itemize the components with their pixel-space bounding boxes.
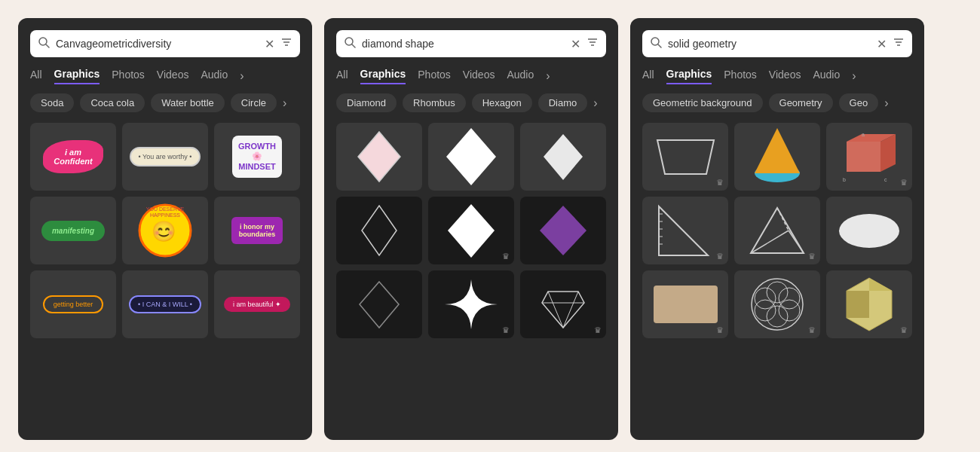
tab-all-3[interactable]: All bbox=[642, 69, 654, 84]
sticker-confident[interactable]: i amConfident bbox=[30, 123, 116, 191]
diamond-outline-pink[interactable] bbox=[336, 123, 422, 191]
tab-videos-3[interactable]: Videos bbox=[769, 69, 801, 84]
panel-3: ✕ All Graphics Photos Videos Audio › Geo… bbox=[630, 18, 924, 440]
geo-cone[interactable] bbox=[734, 123, 820, 191]
crown-geo-7: ♛ bbox=[716, 325, 724, 335]
svg-line-45 bbox=[751, 231, 789, 253]
svg-marker-12 bbox=[358, 132, 400, 182]
svg-point-47 bbox=[752, 279, 803, 330]
tab-videos-2[interactable]: Videos bbox=[463, 69, 495, 84]
search-icon bbox=[38, 36, 50, 51]
tags-more-2[interactable]: › bbox=[593, 96, 597, 110]
search-bar-3[interactable]: ✕ bbox=[642, 30, 912, 57]
svg-marker-18 bbox=[360, 282, 399, 328]
sticker-growth[interactable]: GROWTH🌸MINDSET bbox=[214, 123, 300, 191]
svg-line-21 bbox=[563, 292, 578, 328]
sticker-honor[interactable]: i honor myboundaries bbox=[214, 197, 300, 264]
tab-audio-3[interactable]: Audio bbox=[813, 69, 840, 84]
tabs-more-2[interactable]: › bbox=[546, 69, 550, 83]
diamond-solid-white-large[interactable] bbox=[428, 123, 514, 191]
svg-line-46 bbox=[789, 231, 804, 253]
tag-circle[interactable]: Circle bbox=[231, 93, 277, 112]
tag-rhombus[interactable]: Rhombus bbox=[403, 93, 466, 112]
crown-geo-8: ♛ bbox=[808, 325, 816, 335]
search-bar-2[interactable]: ✕ bbox=[336, 30, 606, 57]
tags-more-1[interactable]: › bbox=[283, 96, 286, 110]
search-bar-1[interactable]: ✕ bbox=[30, 30, 300, 57]
tab-graphics-1[interactable]: Graphics bbox=[54, 68, 100, 84]
geo-flower-circle[interactable]: ♛ bbox=[734, 270, 820, 338]
filter-icon-3[interactable] bbox=[893, 36, 905, 51]
search-input-3[interactable] bbox=[668, 38, 871, 50]
tag-hexagon[interactable]: Hexagon bbox=[472, 93, 532, 112]
tags-more-3[interactable]: › bbox=[884, 96, 888, 110]
sticker-smiley[interactable]: 😊 YOU DESERVEHAPPINESS bbox=[122, 197, 208, 264]
panels-container: ✕ All Graphics Photos Videos Audio › Sod… bbox=[0, 0, 980, 452]
search-input-1[interactable] bbox=[56, 38, 259, 50]
diamond-solid-white-small[interactable] bbox=[520, 123, 606, 191]
tab-all-1[interactable]: All bbox=[30, 69, 42, 84]
tag-diamond[interactable]: Diamond bbox=[336, 93, 397, 112]
diamond-solid-white-med[interactable]: ♛ bbox=[428, 197, 514, 264]
sticker-manifesting[interactable]: manifesting bbox=[30, 197, 116, 264]
filter-icon-2[interactable] bbox=[586, 36, 599, 51]
tab-photos-1[interactable]: Photos bbox=[112, 69, 145, 84]
sparkle-white[interactable]: ♛ bbox=[428, 270, 514, 338]
tab-photos-3[interactable]: Photos bbox=[724, 69, 757, 84]
geo-3dbox[interactable]: b c a ♛ bbox=[826, 123, 912, 191]
tab-photos-2[interactable]: Photos bbox=[418, 69, 451, 84]
crown-geo-3: ♛ bbox=[900, 178, 908, 188]
geo-triangle-ruler[interactable]: ♛ bbox=[642, 197, 728, 264]
tag-geo[interactable]: Geo bbox=[839, 93, 879, 112]
tab-videos-1[interactable]: Videos bbox=[157, 69, 189, 84]
diamond-outline-dark[interactable] bbox=[336, 270, 422, 338]
panel-1: ✕ All Graphics Photos Videos Audio › Sod… bbox=[18, 18, 312, 440]
svg-marker-15 bbox=[362, 206, 397, 255]
tag-geobg[interactable]: Geometric background bbox=[642, 93, 763, 112]
tabs-more-3[interactable]: › bbox=[852, 69, 856, 83]
svg-line-24 bbox=[658, 44, 661, 47]
tag-waterbottle[interactable]: Water bottle bbox=[151, 93, 225, 112]
geo-3dtriangle[interactable]: ♛ bbox=[734, 197, 820, 264]
tags-2: Diamond Rhombus Hexagon Diamo › bbox=[336, 93, 606, 112]
sticker-can[interactable]: • I CAN & I WILL • bbox=[122, 270, 208, 338]
diamond-outline-gem[interactable]: ♛ bbox=[520, 270, 606, 338]
tag-cocacola[interactable]: Coca cola bbox=[80, 93, 145, 112]
stickers-grid: i amConfident • You are worthy • GROWTH🌸… bbox=[30, 123, 300, 338]
diamond-solid-purple[interactable] bbox=[520, 197, 606, 264]
svg-marker-56 bbox=[847, 291, 869, 318]
svg-marker-28 bbox=[657, 140, 714, 174]
sticker-beautiful[interactable]: i am beautiful ✦ bbox=[214, 270, 300, 338]
clear-icon-1[interactable]: ✕ bbox=[265, 37, 274, 51]
geo-rectangle[interactable]: ♛ bbox=[642, 270, 728, 338]
geo-trapezoid[interactable]: ♛ bbox=[642, 123, 728, 191]
filter-icon-1[interactable] bbox=[280, 36, 292, 51]
tab-all-2[interactable]: All bbox=[336, 69, 348, 84]
crown-geo-5: ♛ bbox=[808, 252, 816, 261]
svg-point-48 bbox=[767, 282, 788, 303]
geo-hexagon3d[interactable]: ♛ bbox=[826, 270, 912, 338]
tab-audio-2[interactable]: Audio bbox=[507, 69, 534, 84]
tab-graphics-2[interactable]: Graphics bbox=[360, 68, 406, 84]
svg-marker-43 bbox=[751, 208, 804, 253]
tag-diamo[interactable]: Diamo bbox=[538, 93, 588, 112]
sticker-worthy[interactable]: • You are worthy • bbox=[122, 123, 208, 191]
diamond-outline-thin[interactable] bbox=[336, 197, 422, 264]
svg-marker-30 bbox=[755, 128, 800, 173]
tag-geometry[interactable]: Geometry bbox=[769, 93, 833, 112]
svg-marker-37 bbox=[659, 206, 708, 255]
clear-icon-3[interactable]: ✕ bbox=[877, 37, 887, 51]
tabs-more-1[interactable]: › bbox=[240, 69, 243, 83]
sticker-getting[interactable]: getting better bbox=[30, 270, 116, 338]
tags-1: Soda Coca cola Water bottle Circle › bbox=[30, 93, 300, 112]
clear-icon-2[interactable]: ✕ bbox=[571, 37, 580, 51]
crown-badge: ♛ bbox=[502, 252, 510, 261]
tab-graphics-3[interactable]: Graphics bbox=[666, 68, 712, 84]
crown-badge-3: ♛ bbox=[594, 325, 602, 335]
tab-audio-1[interactable]: Audio bbox=[201, 69, 228, 84]
tabs-1: All Graphics Photos Videos Audio › bbox=[30, 68, 300, 84]
search-input-2[interactable] bbox=[362, 38, 565, 50]
geo-grid: ♛ b c a ♛ bbox=[642, 123, 912, 338]
tag-soda[interactable]: Soda bbox=[30, 93, 74, 112]
geo-ellipse[interactable] bbox=[826, 197, 912, 264]
